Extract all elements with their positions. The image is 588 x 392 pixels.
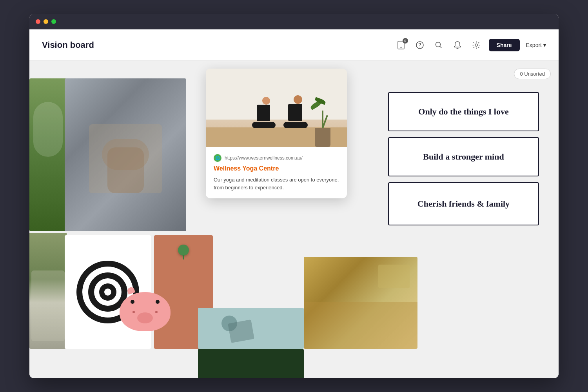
dog-photo — [304, 257, 417, 349]
header: Vision board 0 — [29, 29, 559, 61]
tablet-badge: 0 — [403, 38, 408, 44]
elderly-photo — [29, 233, 67, 349]
page-title: Vision board — [42, 40, 94, 50]
settings-icon-button[interactable] — [470, 39, 483, 51]
svg-point-5 — [475, 44, 477, 46]
yoga-card-image — [206, 69, 347, 147]
url-row: 🌐 https://www.westernwellness.com.au/ — [214, 154, 339, 162]
vision-board-canvas[interactable]: 0 Unsorted — [29, 61, 559, 378]
tablet-icon-button[interactable]: 0 — [395, 39, 407, 51]
chevron-down-icon: ▾ — [543, 42, 546, 48]
close-dot[interactable] — [36, 19, 40, 24]
wild-free-card: Wild & free — [198, 349, 304, 378]
yoga-card-description: Our yoga and meditation classes are open… — [214, 176, 339, 191]
header-actions: 0 — [395, 39, 546, 51]
hands-photo — [65, 78, 186, 231]
svg-point-3 — [419, 47, 420, 47]
share-button[interactable]: Share — [489, 39, 520, 51]
yoga-centre-link[interactable]: Wellness Yoga Centre — [214, 165, 339, 172]
search-icon-button[interactable] — [432, 39, 445, 51]
text-card-love[interactable]: Only do the things I love — [388, 92, 539, 131]
globe-icon: 🌐 — [214, 154, 221, 162]
piggy-bank-card — [112, 284, 178, 351]
text-card-mind-text: Build a stronger mind — [423, 152, 504, 162]
text-card-mind[interactable]: Build a stronger mind — [388, 137, 539, 176]
maximize-dot[interactable] — [51, 19, 56, 24]
app-window: Vision board 0 — [29, 14, 559, 378]
text-card-love-text: Only do the things I love — [418, 107, 508, 117]
minimize-dot[interactable] — [44, 19, 48, 24]
family-photo — [29, 78, 67, 231]
yoga-card-body: 🌐 https://www.westernwellness.com.au/ We… — [206, 147, 347, 198]
url-text: https://www.westernwellness.com.au/ — [225, 155, 303, 161]
export-button[interactable]: Export ▾ — [526, 42, 546, 48]
pin-decoration — [178, 245, 189, 256]
runner-card — [198, 308, 304, 349]
unsorted-badge[interactable]: 0 Unsorted — [514, 69, 551, 79]
yoga-popup-card[interactable]: 🌐 https://www.westernwellness.com.au/ We… — [206, 69, 347, 198]
help-icon-button[interactable] — [414, 39, 426, 51]
text-card-family[interactable]: Cherish friends & family — [388, 182, 539, 225]
text-card-family-text: Cherish friends & family — [417, 199, 510, 209]
svg-point-1 — [400, 47, 401, 48]
bell-icon-button[interactable] — [451, 39, 464, 51]
titlebar — [29, 14, 559, 29]
